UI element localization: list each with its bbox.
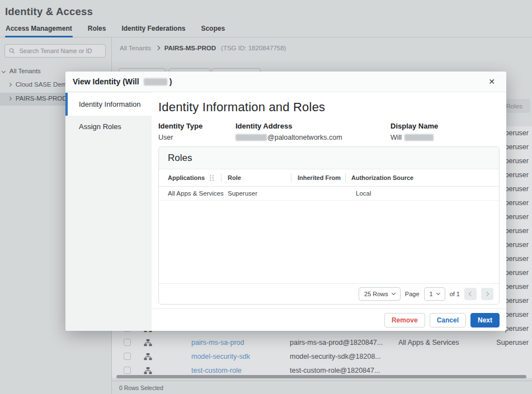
modal-title: View Identity (Will ) bbox=[73, 77, 172, 86]
column-divider bbox=[291, 173, 291, 182]
redacted-blob bbox=[404, 134, 434, 141]
redacted-blob bbox=[144, 78, 167, 86]
column-header-authorization-source[interactable]: Authorization Source bbox=[351, 174, 413, 181]
role-name-cell: Superuser bbox=[228, 190, 257, 197]
page-label: Page bbox=[405, 291, 420, 297]
modal-content-heading: Identity Information and Roles bbox=[158, 100, 325, 115]
modal-nav-identity-information[interactable]: Identity Information bbox=[65, 93, 152, 116]
cancel-button[interactable]: Cancel bbox=[430, 313, 466, 327]
chevron-left-icon bbox=[469, 292, 473, 296]
roles-table-row: All Apps & Services Superuser Local bbox=[159, 187, 499, 201]
role-auth-source-cell: Local bbox=[356, 190, 371, 197]
modal-title-suffix: ) bbox=[170, 77, 172, 86]
redacted-blob bbox=[236, 134, 267, 141]
page-number-value: 1 bbox=[430, 291, 433, 297]
role-applications-cell: All Apps & Services bbox=[168, 190, 224, 197]
modal-footer: Remove Cancel Next bbox=[152, 308, 506, 331]
rows-per-page-value: 25 Rows bbox=[364, 291, 388, 297]
display-name-label: Display Name bbox=[390, 122, 438, 130]
modal-header: View Identity (Will ) ✕ bbox=[65, 72, 506, 92]
roles-panel-title: Roles bbox=[159, 147, 499, 169]
column-header-applications[interactable]: Applications bbox=[168, 174, 205, 181]
identity-type-value: User bbox=[158, 134, 173, 141]
display-name-value: Will bbox=[390, 134, 434, 141]
identity-type-label: Identity Type bbox=[158, 122, 203, 130]
rows-per-page-select[interactable]: 25 Rows bbox=[359, 287, 401, 301]
column-header-role[interactable]: Role bbox=[228, 174, 241, 181]
view-identity-modal: View Identity (Will ) ✕ Identity Informa… bbox=[65, 72, 506, 331]
chevron-down-icon bbox=[392, 291, 396, 295]
identity-address-domain: @paloaltonetworks.com bbox=[267, 134, 342, 141]
modal-nav-assign-roles[interactable]: Assign Roles bbox=[65, 116, 152, 137]
display-name-text: Will bbox=[390, 134, 402, 141]
remove-button[interactable]: Remove bbox=[384, 313, 425, 327]
chevron-right-icon bbox=[484, 292, 489, 296]
column-header-inherited-from[interactable]: Inherited From bbox=[298, 174, 341, 181]
roles-table-header: Applications Role Inherited From Authori… bbox=[159, 169, 499, 187]
next-button[interactable]: Next bbox=[470, 313, 500, 327]
identity-address-value: @paloaltonetworks.com bbox=[236, 134, 342, 141]
column-divider bbox=[221, 173, 222, 182]
column-divider bbox=[345, 173, 346, 182]
identity-address-label: Identity Address bbox=[236, 122, 292, 130]
modal-title-text: View Identity (Will bbox=[73, 77, 139, 86]
drag-handle-icon[interactable] bbox=[209, 174, 214, 183]
modal-content: Identity Information and Roles Identity … bbox=[152, 92, 506, 308]
roles-pagination: 25 Rows Page 1 of 1 bbox=[159, 283, 499, 304]
next-page-button[interactable] bbox=[481, 288, 493, 300]
roles-panel: Roles Applications Role Inherited From bbox=[158, 146, 500, 305]
identity-access-page: Identity & Access Access Management Role… bbox=[0, 0, 532, 394]
page-select[interactable]: 1 bbox=[424, 287, 445, 301]
prev-page-button[interactable] bbox=[464, 288, 477, 300]
close-icon[interactable]: ✕ bbox=[488, 78, 495, 86]
page-of-label: of 1 bbox=[450, 291, 460, 297]
modal-side-nav: Identity Information Assign Roles bbox=[65, 92, 152, 331]
chevron-down-icon bbox=[436, 291, 440, 295]
